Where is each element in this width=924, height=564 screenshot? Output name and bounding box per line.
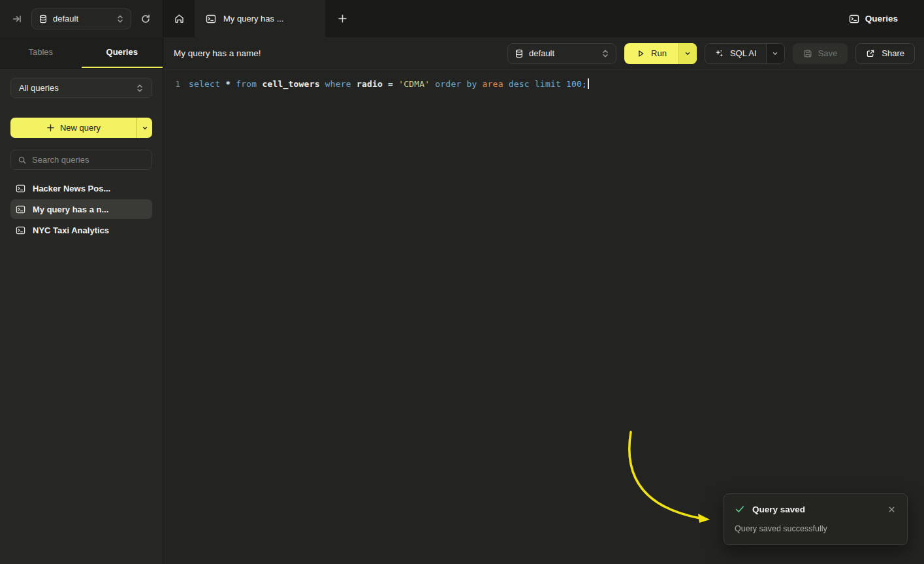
query-filter-value: All queries xyxy=(19,83,59,93)
check-icon xyxy=(735,504,745,514)
chevron-updown-icon xyxy=(601,49,609,58)
query-filter-dropdown[interactable]: All queries xyxy=(10,78,152,98)
sparkles-icon xyxy=(714,48,724,58)
plus-icon xyxy=(46,124,55,132)
sql-editor[interactable]: 1 select * from cell_towers where radio … xyxy=(163,70,924,564)
share-icon xyxy=(866,49,875,58)
queries-indicator-label: Queries xyxy=(865,14,898,24)
share-label: Share xyxy=(882,48,904,58)
tab-title: My query has ... xyxy=(223,14,283,24)
main-column: My query has ... Queries My xyxy=(163,0,924,564)
chevron-updown-icon xyxy=(136,84,144,93)
toolbar-database-value: default xyxy=(529,48,554,58)
query-terminal-icon xyxy=(16,184,25,193)
query-header: My query has a name! default xyxy=(163,37,924,70)
run-button-group: Run xyxy=(624,43,697,64)
save-label: Save xyxy=(818,48,838,58)
run-options-button[interactable] xyxy=(678,43,697,64)
collapse-sidebar-icon xyxy=(12,14,22,24)
sidebar-tab-tables-label: Tables xyxy=(28,47,53,57)
toolbar-database-selector[interactable]: default xyxy=(507,43,616,64)
toast-message: Query saved successfully xyxy=(735,524,897,533)
new-tab-button[interactable] xyxy=(325,0,359,37)
sql-ai-button-group: SQL AI xyxy=(705,43,785,64)
sidebar-tab-queries-label: Queries xyxy=(106,47,138,57)
refresh-icon xyxy=(140,14,151,24)
code-line-1[interactable]: 1 select * from cell_towers where radio … xyxy=(163,76,924,91)
tab-my-query[interactable]: My query has ... xyxy=(195,0,325,37)
query-item-label: Hacker News Pos... xyxy=(33,184,110,193)
new-query-button[interactable]: New query xyxy=(10,118,152,138)
sidebar-body: All queries New query xyxy=(0,69,163,564)
chevron-down-icon xyxy=(684,50,691,57)
run-button[interactable]: Run xyxy=(624,43,678,64)
chevron-updown-icon xyxy=(116,14,124,24)
new-query-main[interactable]: New query xyxy=(10,118,136,138)
sidebar-tab-queries[interactable]: Queries xyxy=(82,37,163,68)
save-icon xyxy=(803,49,812,58)
save-button[interactable]: Save xyxy=(793,43,848,64)
search-icon xyxy=(18,156,27,165)
toolbar: default Run xyxy=(507,43,915,64)
database-icon xyxy=(39,14,48,24)
tab-strip-spacer xyxy=(359,0,849,37)
home-icon xyxy=(174,13,185,24)
query-list-item-hacker-news[interactable]: Hacker News Pos... xyxy=(10,178,152,198)
new-query-dropdown-button[interactable] xyxy=(136,118,152,138)
tab-strip: My query has ... Queries xyxy=(163,0,924,37)
page-title: My query has a name! xyxy=(174,48,261,58)
toast-query-saved: Query saved Query saved successfully xyxy=(724,493,908,545)
toast-title: Query saved xyxy=(752,505,805,514)
search-queries-box xyxy=(10,150,152,170)
toast-close-button[interactable] xyxy=(887,505,897,514)
sidebar-database-value: default xyxy=(53,14,78,24)
text-cursor xyxy=(588,78,589,89)
sql-ai-label: SQL AI xyxy=(730,48,757,58)
search-queries-input[interactable] xyxy=(32,155,147,165)
query-terminal-icon xyxy=(206,14,216,24)
query-item-label: NYC Taxi Analytics xyxy=(33,225,109,235)
sql-ai-button[interactable]: SQL AI xyxy=(705,44,766,63)
refresh-button[interactable] xyxy=(138,11,153,27)
chevron-down-icon xyxy=(772,50,778,57)
play-icon xyxy=(636,49,645,58)
code-tokens: select * from cell_towers where radio = … xyxy=(189,79,587,89)
plus-icon xyxy=(338,14,347,24)
database-icon xyxy=(515,49,524,58)
sidebar-tab-bar: Tables Queries xyxy=(0,37,163,69)
home-button[interactable] xyxy=(163,0,195,37)
collapse-sidebar-button[interactable] xyxy=(9,11,25,27)
sql-ai-options-button[interactable] xyxy=(766,44,784,63)
query-list-item-my-query[interactable]: My query has a n... xyxy=(10,199,152,219)
new-query-label: New query xyxy=(60,123,101,133)
close-icon xyxy=(888,506,895,513)
query-item-label: My query has a n... xyxy=(33,205,108,214)
sidebar: default Tables Queries xyxy=(0,0,163,564)
query-terminal-icon xyxy=(16,225,25,235)
run-label: Run xyxy=(651,48,667,58)
query-list: Hacker News Pos... My query has a n... xyxy=(10,178,152,240)
sidebar-top-bar: default xyxy=(0,0,163,37)
queries-indicator[interactable]: Queries xyxy=(849,0,924,37)
chevron-down-icon xyxy=(142,125,148,131)
share-button[interactable]: Share xyxy=(855,43,915,64)
query-terminal-icon xyxy=(849,14,859,24)
query-list-item-nyc-taxi[interactable]: NYC Taxi Analytics xyxy=(10,220,152,240)
sidebar-tab-tables[interactable]: Tables xyxy=(0,37,82,68)
query-terminal-icon xyxy=(16,205,25,214)
toast-header: Query saved xyxy=(735,504,897,514)
line-number: 1 xyxy=(163,79,180,89)
sidebar-database-selector[interactable]: default xyxy=(31,8,131,29)
app-window: default Tables Queries xyxy=(0,0,924,564)
